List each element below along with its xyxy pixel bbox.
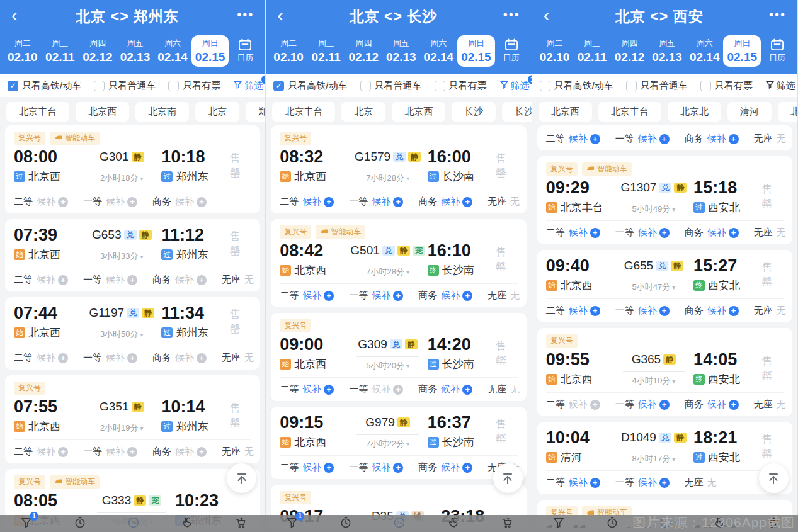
seat-class-option[interactable]: 无座无 — [754, 399, 786, 410]
waitlist-plus-icon[interactable]: + — [590, 134, 600, 144]
back-icon[interactable]: ‹ — [11, 6, 18, 25]
station-tab[interactable]: 北京北 — [668, 102, 721, 122]
checkbox-icon[interactable] — [360, 81, 371, 91]
seat-class-option[interactable]: 一等候补+ — [349, 290, 403, 302]
seat-class-option[interactable]: 无座无 — [754, 133, 786, 145]
waitlist-plus-icon[interactable]: + — [393, 385, 403, 395]
train-card[interactable]: 复兴号09:55始北京西G365静4小时10分▾14:05终西安北售罄二等候补+… — [537, 328, 792, 416]
seat-class-option[interactable]: 商务候补+ — [685, 399, 739, 410]
waitlist-plus-icon[interactable]: + — [590, 478, 600, 488]
seat-class-option[interactable]: 二等候补+ — [280, 383, 334, 395]
waitlist-plus-icon[interactable]: + — [324, 291, 334, 301]
seat-class-option[interactable]: 一等候补+ — [83, 352, 137, 364]
waitlist-plus-icon[interactable]: + — [393, 291, 403, 301]
date-tab[interactable]: 周四02.12 — [611, 35, 649, 67]
checkbox-icon[interactable] — [435, 81, 445, 91]
waitlist-plus-icon[interactable]: + — [393, 463, 403, 473]
back-to-top-button[interactable] — [227, 463, 256, 493]
waitlist-plus-icon[interactable]: + — [659, 134, 670, 144]
duration-dropdown[interactable]: 5小时49分▾ — [623, 200, 685, 215]
stopwatch-icon[interactable] — [74, 516, 88, 530]
seat-class-option[interactable]: 一等候补+ — [83, 446, 137, 458]
waitlist-plus-icon[interactable]: + — [462, 197, 472, 207]
date-tab-selected[interactable]: 周日02.15 — [457, 35, 495, 67]
checkbox-icon[interactable] — [540, 81, 550, 91]
train-card[interactable]: 复兴号09:00始北京西G309兑静5小时20分▾14:20过长沙南售罄二等候补… — [271, 313, 526, 401]
station-tab[interactable]: 北京丰台 — [598, 102, 661, 122]
waitlist-plus-icon[interactable]: + — [590, 228, 600, 238]
seat-class-option[interactable]: 二等候补+ — [280, 290, 334, 302]
waitlist-plus-icon[interactable]: + — [58, 275, 68, 285]
waitlist-plus-icon[interactable]: + — [729, 228, 739, 238]
hours-24-icon[interactable]: 24 — [127, 516, 141, 530]
station-tab[interactable]: 北京西 — [539, 102, 592, 122]
seat-class-option[interactable]: 商务候补+ — [152, 196, 207, 208]
duration-dropdown[interactable]: 7小时28分▾ — [356, 169, 418, 184]
train-card[interactable]: 复兴号07:55始北京西G351静2小时19分▾10:14过郑州东售罄二等候补+… — [5, 375, 260, 463]
date-tab[interactable]: 周二02.10 — [4, 35, 42, 67]
seat-class-option[interactable]: 商务候补+ — [418, 383, 472, 395]
filter-checkbox-2[interactable]: 只看有票 — [700, 80, 753, 92]
seat-class-option[interactable]: 无座无 — [685, 477, 717, 489]
seat-class-option[interactable]: 商务候补+ — [685, 227, 739, 239]
cart-add-icon[interactable] — [234, 516, 248, 530]
seat-class-option[interactable]: 无座无 — [754, 305, 786, 317]
more-icon[interactable]: ••• — [237, 8, 254, 22]
seat-class-option[interactable]: 一等候补+ — [349, 196, 403, 208]
calendar-button[interactable]: 日历 — [495, 38, 528, 64]
train-card[interactable]: 复兴号智能动车09:29始北京丰台G1307兑静5小时49分▾15:18过西安北… — [537, 156, 792, 244]
duration-dropdown[interactable]: 3小时50分▾ — [91, 325, 152, 340]
duration-dropdown[interactable]: 2小时19分▾ — [91, 419, 152, 434]
seat-class-option[interactable]: 无座无 — [222, 352, 254, 364]
hand-gesture-icon[interactable] — [181, 516, 195, 530]
waitlist-plus-icon[interactable]: + — [127, 447, 137, 457]
seat-class-option[interactable]: 二等候补+ — [280, 461, 334, 473]
train-card[interactable]: 07:44始北京西G1197兑静3小时50分▾11:34过郑州东售罄二等候补+一… — [5, 297, 260, 370]
date-tab[interactable]: 周五02.13 — [117, 35, 154, 67]
station-tab[interactable]: 清河 — [727, 102, 772, 122]
hand-gesture-icon[interactable] — [447, 516, 461, 530]
seat-class-option[interactable]: 二等候补+ — [546, 477, 600, 489]
checkbox-icon[interactable]: ✓ — [8, 81, 18, 91]
filter-funnel-icon[interactable]: 1 — [286, 516, 300, 530]
seat-class-option[interactable]: 一等候补+ — [83, 196, 137, 208]
filter-checkbox-0[interactable]: 只看高铁/动车 — [540, 80, 613, 92]
date-tab[interactable]: 周三02.11 — [573, 35, 611, 67]
filter-button[interactable]: 筛选 — [765, 80, 795, 92]
date-tab[interactable]: 周二02.10 — [270, 35, 307, 67]
waitlist-plus-icon[interactable]: + — [324, 463, 334, 473]
station-tab[interactable]: 北京 — [341, 102, 385, 122]
seat-class-option[interactable]: 二等候补+ — [14, 274, 68, 286]
date-tab-selected[interactable]: 周日02.15 — [723, 35, 761, 67]
checkbox-icon[interactable] — [700, 81, 711, 91]
station-tab[interactable]: 北京 — [778, 102, 797, 122]
seat-class-option[interactable]: 二等候补+ — [546, 305, 600, 317]
seat-class-option[interactable]: 商务候补+ — [685, 133, 739, 145]
station-tab[interactable]: 北京南 — [135, 102, 189, 122]
seat-class-option[interactable]: 一等候补+ — [615, 477, 670, 489]
waitlist-plus-icon[interactable]: + — [590, 306, 600, 316]
filter-button[interactable]: 筛选1 — [233, 80, 263, 92]
date-tab-selected[interactable]: 周日02.15 — [191, 35, 229, 67]
checkbox-icon[interactable] — [94, 81, 105, 91]
back-icon[interactable]: ‹ — [277, 6, 283, 25]
waitlist-plus-icon[interactable]: + — [659, 478, 670, 488]
station-tab[interactable]: 北京西 — [76, 102, 129, 122]
seat-class-option[interactable]: 商务候补+ — [418, 290, 472, 302]
seat-class-option[interactable]: 商务候补+ — [152, 352, 207, 364]
filter-checkbox-0[interactable]: ✓只看高铁/动车 — [8, 80, 81, 92]
station-tab[interactable]: 北京丰台 — [272, 102, 335, 122]
waitlist-plus-icon[interactable]: + — [729, 306, 739, 316]
checkbox-icon[interactable]: ✓ — [273, 81, 284, 91]
date-tab[interactable]: 周五02.13 — [382, 35, 420, 67]
waitlist-plus-icon[interactable]: + — [127, 353, 137, 363]
train-card[interactable]: 09:15始北京西G979静7小时22分▾16:37过长沙南售罄二等候补+一等候… — [271, 407, 526, 479]
waitlist-plus-icon[interactable]: + — [462, 463, 472, 473]
seat-class-option[interactable]: 二等候补+ — [546, 227, 600, 239]
date-tab[interactable]: 周五02.13 — [648, 35, 686, 67]
filter-funnel-icon[interactable]: 1 — [20, 516, 34, 530]
date-tab[interactable]: 周四02.12 — [345, 35, 382, 67]
filter-button[interactable]: 筛选1 — [499, 80, 530, 92]
calendar-button[interactable]: 日历 — [229, 38, 261, 64]
duration-dropdown[interactable]: 3小时33分▾ — [91, 247, 152, 262]
